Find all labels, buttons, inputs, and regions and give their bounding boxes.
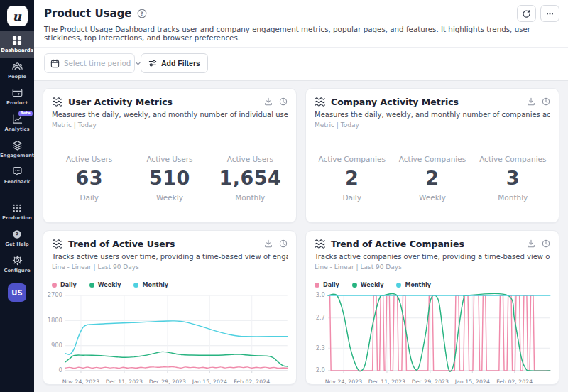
svg-text:2.3: 2.3 — [316, 344, 325, 352]
legend-label: Monthly — [142, 282, 168, 288]
card-title: Trend of Active Companies — [331, 239, 464, 249]
card-title: User Activity Metrics — [68, 97, 173, 107]
metric-monthly-active-companies: Active Companies 3 Monthly — [473, 155, 553, 202]
clock-icon[interactable] — [542, 239, 550, 248]
card-title: Company Activity Metrics — [331, 97, 459, 107]
svg-text:Feb 02, 2024: Feb 02, 2024 — [234, 379, 270, 385]
legend-item-daily[interactable]: Daily — [315, 282, 339, 288]
page-description: The Product Usage Dashboard tracks user … — [44, 25, 559, 42]
dashboard-grid: User Activity Metrics Measures the daily… — [34, 81, 568, 392]
page-title: Product Usage — [44, 7, 132, 20]
legend-item-weekly[interactable]: Weekly — [89, 282, 121, 288]
user-avatar[interactable]: US — [8, 283, 26, 302]
legend-dot-monthly — [396, 283, 401, 288]
metric-label: Active Companies — [392, 155, 472, 163]
apps-grid-icon — [12, 202, 22, 213]
filter-sliders-icon — [148, 59, 157, 67]
card-trend-active-users: Trend of Active Users Tracks active user… — [43, 230, 297, 385]
legend-label: Weekly — [98, 282, 121, 288]
sidebar-item-analytics[interactable]: Beta Analytics — [0, 110, 34, 136]
sidebar-item-label: Production — [2, 215, 32, 221]
time-period-select[interactable]: Select time period — [44, 53, 135, 73]
app-logo[interactable]: u — [7, 6, 28, 26]
sidebar-item-engagement[interactable]: Engagement — [0, 136, 34, 163]
app-logo-letter: u — [13, 9, 21, 23]
svg-text:2.0: 2.0 — [316, 367, 325, 374]
metric-label: Active Users — [49, 155, 129, 163]
svg-text:1800: 1800 — [48, 317, 62, 324]
chat-bubble-icon — [12, 166, 23, 177]
card-description: Measures the daily, weekly, and monthly … — [315, 111, 550, 119]
sidebar: u Dashboards People Product Beta Analyti… — [0, 0, 34, 392]
metric-waves-icon — [52, 96, 63, 107]
filter-toolbar: Select time period Add Filters — [34, 48, 568, 81]
legend-item-monthly[interactable]: Monthly — [396, 282, 431, 288]
metric-period: Daily — [49, 193, 129, 202]
svg-text:Dec 11, 2023: Dec 11, 2023 — [106, 379, 143, 385]
legend-dot-weekly — [89, 283, 94, 288]
sidebar-item-dashboards[interactable]: Dashboards — [0, 31, 34, 58]
card-description: Tracks active users over time, providing… — [52, 253, 288, 261]
metric-value: 63 — [49, 167, 129, 189]
svg-text:Jan 15, 2024: Jan 15, 2024 — [192, 379, 227, 385]
card-trend-active-companies: Trend of Active Companies Tracks active … — [305, 230, 559, 385]
gear-icon — [12, 255, 23, 266]
trend-active-companies-chart: 2.02.32.73.0Nov 24, 2023Dec 11, 2023Dec … — [309, 290, 555, 385]
svg-text:Dec 11, 2023: Dec 11, 2023 — [368, 379, 405, 385]
legend-dot-monthly — [133, 283, 138, 288]
time-period-placeholder: Select time period — [64, 59, 131, 67]
legend-item-daily[interactable]: Daily — [52, 282, 77, 288]
sidebar-item-label: Dashboards — [1, 48, 33, 53]
more-options-button[interactable] — [540, 5, 559, 22]
metric-value: 1,654 — [210, 167, 290, 189]
metric-weekly-active-users: Active Users 510 Weekly — [129, 155, 209, 202]
clock-icon[interactable] — [279, 97, 288, 106]
metric-monthly-active-users: Active Users 1,654 Monthly — [210, 155, 290, 202]
sidebar-item-label: Configure — [4, 268, 30, 273]
product-window-icon — [12, 87, 23, 98]
svg-text:3.0: 3.0 — [316, 292, 325, 299]
sidebar-item-product[interactable]: Product — [0, 84, 34, 110]
card-meta: Metric | Today — [52, 121, 288, 129]
metric-period: Weekly — [392, 193, 472, 202]
metric-value: 2 — [312, 167, 392, 189]
download-icon[interactable] — [527, 97, 535, 106]
metric-label: Active Companies — [473, 155, 553, 163]
metric-waves-icon — [315, 238, 326, 249]
metric-value: 3 — [473, 167, 553, 189]
card-title: Trend of Active Users — [68, 239, 175, 249]
svg-text:?: ? — [140, 11, 143, 17]
download-icon[interactable] — [264, 239, 273, 248]
refresh-button[interactable] — [517, 5, 536, 22]
sidebar-item-people[interactable]: People — [0, 58, 34, 84]
sidebar-item-feedback[interactable]: Feedback — [0, 163, 34, 189]
legend-dot-weekly — [352, 283, 357, 288]
legend-item-monthly[interactable]: Monthly — [133, 282, 168, 288]
chart-legend: Daily Weekly Monthly — [306, 276, 559, 290]
metric-daily-active-users: Active Users 63 Daily — [49, 155, 129, 202]
metric-period: Weekly — [129, 193, 209, 202]
legend-dot-daily — [315, 283, 320, 288]
help-icon[interactable]: ? — [137, 9, 147, 18]
sidebar-item-configure[interactable]: Configure — [0, 251, 34, 278]
svg-text:2700: 2700 — [48, 292, 62, 299]
metric-daily-active-companies: Active Companies 2 Daily — [312, 155, 392, 202]
download-icon[interactable] — [527, 239, 535, 248]
metric-waves-icon — [315, 96, 326, 107]
sidebar-item-label: Engagement — [0, 153, 34, 158]
clock-icon[interactable] — [542, 97, 550, 106]
svg-text:?: ? — [16, 231, 19, 237]
card-user-activity-metrics: User Activity Metrics Measures the daily… — [43, 88, 297, 223]
page-header: Product Usage ? The Product Usage Dashbo… — [34, 0, 568, 48]
metric-label: Active Users — [129, 155, 209, 163]
sidebar-item-get-help[interactable]: ? Get Help — [0, 225, 34, 251]
legend-item-weekly[interactable]: Weekly — [352, 282, 384, 288]
calendar-icon — [50, 59, 60, 68]
sidebar-item-production[interactable]: Production — [0, 199, 34, 225]
clock-icon[interactable] — [279, 239, 288, 248]
metric-label: Active Companies — [312, 155, 392, 163]
add-filters-button[interactable]: Add Filters — [141, 53, 208, 73]
sidebar-item-label: Product — [6, 100, 28, 106]
main-area: Product Usage ? The Product Usage Dashbo… — [34, 0, 568, 392]
download-icon[interactable] — [264, 97, 273, 106]
